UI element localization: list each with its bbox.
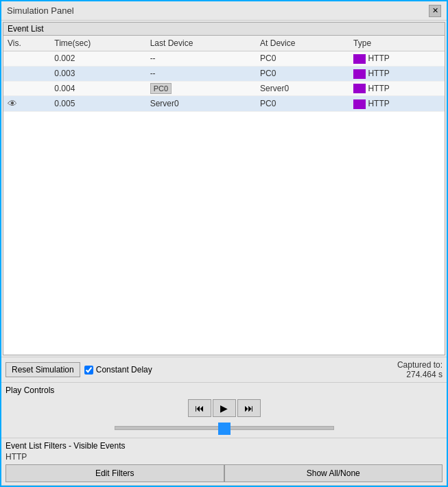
- play-controls-section: Play Controls ⏮ ▶ ⏭: [1, 383, 447, 438]
- filter-buttons: Edit Filters Show All/None: [5, 464, 443, 482]
- cell-last-device: --: [146, 51, 256, 67]
- type-color-swatch: [353, 84, 366, 93]
- event-list-header: Event List: [3, 23, 445, 36]
- eye-icon: 👁: [8, 98, 17, 109]
- captured-info: Captured to: 274.464 s: [397, 360, 443, 379]
- event-list-table-container: Vis. Time(sec) Last Device At Device Typ…: [3, 36, 445, 355]
- col-at-device: At Device: [256, 36, 349, 51]
- play-button[interactable]: ▶: [213, 399, 236, 417]
- cell-at-device: Server0: [256, 81, 349, 96]
- cell-time: 0.005: [50, 96, 145, 112]
- col-time: Time(sec): [50, 36, 145, 51]
- play-buttons: ⏮ ▶ ⏭: [5, 399, 443, 417]
- slider-container: [5, 421, 443, 435]
- table-row[interactable]: 👁0.005Server0PC0 HTTP: [3, 96, 445, 112]
- title-bar: Simulation Panel ✕: [1, 1, 447, 21]
- table-row[interactable]: 0.004PC0Server0 HTTP: [3, 81, 445, 96]
- col-vis: Vis.: [3, 36, 50, 51]
- event-list-section: Event List Vis. Time(sec) Last Device At…: [3, 22, 445, 355]
- constant-delay-label[interactable]: Constant Delay: [84, 365, 152, 375]
- type-color-swatch: [353, 69, 366, 79]
- slider-track[interactable]: [115, 426, 334, 430]
- cell-time: 0.004: [50, 81, 145, 96]
- col-type: Type: [349, 36, 445, 51]
- cell-type: HTTP: [349, 96, 445, 112]
- reset-simulation-button[interactable]: Reset Simulation: [5, 362, 80, 377]
- cell-time: 0.002: [50, 51, 145, 67]
- table-row[interactable]: 0.002--PC0 HTTP: [3, 51, 445, 67]
- show-all-none-button[interactable]: Show All/None: [224, 464, 443, 482]
- filter-http-item: HTTP: [5, 452, 443, 462]
- play-controls-title: Play Controls: [5, 385, 443, 395]
- cell-time: 0.003: [50, 66, 145, 81]
- next-button[interactable]: ⏭: [237, 399, 261, 417]
- panel-title: Simulation Panel: [7, 5, 74, 16]
- cell-vis: 👁: [3, 96, 50, 112]
- bottom-left: Reset Simulation Constant Delay: [5, 362, 152, 377]
- cell-vis: [3, 51, 50, 67]
- cell-last-device: PC0: [146, 81, 256, 96]
- cell-at-device: PC0: [256, 96, 349, 112]
- pc0-badge: PC0: [150, 83, 172, 94]
- event-list-table: Vis. Time(sec) Last Device At Device Typ…: [3, 36, 445, 112]
- simulation-panel: Simulation Panel ✕ Event List Vis. Time(…: [0, 0, 448, 487]
- cell-last-device: Server0: [146, 96, 256, 112]
- cell-type: HTTP: [349, 51, 445, 67]
- cell-vis: [3, 81, 50, 96]
- filters-title: Event List Filters - Visible Events: [5, 441, 443, 451]
- edit-filters-button[interactable]: Edit Filters: [5, 464, 224, 482]
- cell-type: HTTP: [349, 81, 445, 96]
- cell-last-device: --: [146, 66, 256, 81]
- cell-vis: [3, 66, 50, 81]
- type-color-swatch: [353, 54, 366, 64]
- captured-line2: 274.464 s: [406, 370, 443, 379]
- filters-section: Event List Filters - Visible Events HTTP…: [1, 438, 447, 486]
- col-last-device: Last Device: [146, 36, 256, 51]
- constant-delay-text: Constant Delay: [96, 365, 152, 375]
- cell-at-device: PC0: [256, 51, 349, 67]
- type-color-swatch: [353, 99, 366, 109]
- prev-button[interactable]: ⏮: [188, 399, 211, 417]
- close-button[interactable]: ✕: [429, 5, 441, 17]
- slider-thumb[interactable]: [218, 423, 231, 435]
- cell-at-device: PC0: [256, 66, 349, 81]
- captured-line1: Captured to:: [397, 360, 443, 370]
- bottom-bar: Reset Simulation Constant Delay Captured…: [1, 357, 447, 383]
- table-row[interactable]: 0.003--PC0 HTTP: [3, 66, 445, 81]
- cell-type: HTTP: [349, 66, 445, 81]
- constant-delay-checkbox[interactable]: [84, 366, 93, 375]
